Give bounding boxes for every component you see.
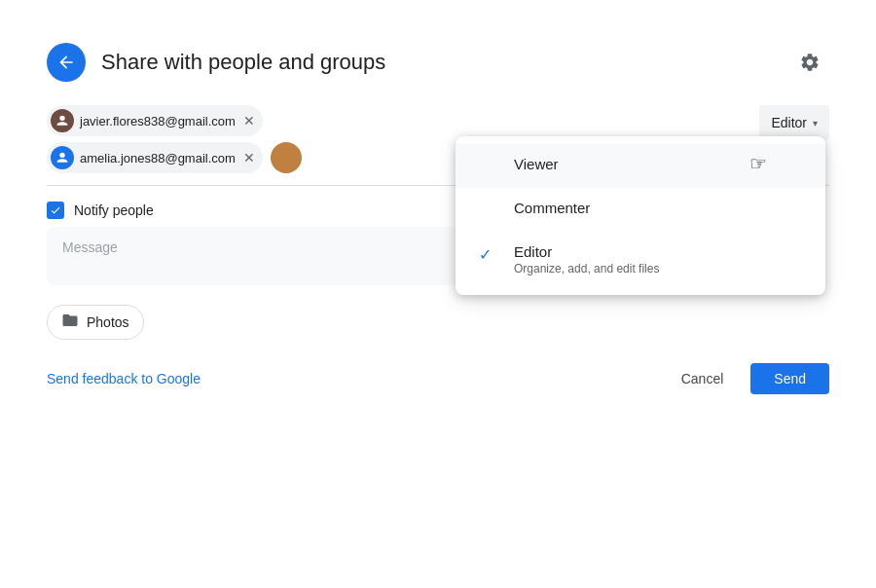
editor-dropdown-button[interactable]: Editor ▾ [759,105,829,140]
cancel-button[interactable]: Cancel [662,363,744,394]
dropdown-arrow-icon: ▾ [813,118,818,129]
dropdown-item-commenter[interactable]: ✓ Commenter [456,188,825,232]
chip-close-amelia[interactable]: ✕ [243,151,255,165]
chip-close-javier[interactable]: ✕ [243,114,255,128]
commenter-content: Commenter [514,200,802,216]
chip-javier[interactable]: javier.flores838@gmail.com ✕ [47,105,263,136]
dialog-footer: Send feedback to Google Cancel Send [47,363,829,394]
viewer-label: Viewer [514,156,802,172]
svg-point-1 [59,153,64,158]
message-placeholder: Message [62,239,118,255]
folder-icon [61,312,79,333]
dropdown-item-viewer[interactable]: ✓ Viewer ☞ [456,144,825,188]
editor-content: Editor Organize, add, and edit files [514,243,802,276]
editor-btn-label: Editor [771,115,807,130]
notify-checkbox[interactable] [47,202,64,219]
role-dropdown-menu: ✓ Viewer ☞ ✓ Commenter ✓ Editor Organize… [456,136,825,295]
avatar-circle [271,142,302,173]
chip-avatar-amelia [51,146,74,169]
commenter-label: Commenter [514,200,802,216]
editor-description: Organize, add, and edit files [514,262,802,276]
editor-label: Editor [514,243,802,260]
header-left: Share with people and groups [47,43,385,82]
notify-label: Notify people [74,202,154,218]
svg-point-0 [59,116,64,121]
back-button[interactable] [47,43,86,82]
chip-email-javier: javier.flores838@gmail.com [80,114,236,129]
photos-chip[interactable]: Photos [47,305,144,340]
send-button[interactable]: Send [750,363,829,394]
dialog-title: Share with people and groups [101,50,385,75]
dropdown-item-editor[interactable]: ✓ Editor Organize, add, and edit files [456,232,825,287]
dialog-header: Share with people and groups [47,43,829,82]
photos-label: Photos [87,314,129,330]
footer-actions: Cancel Send [662,363,829,394]
feedback-link[interactable]: Send feedback to Google [47,371,201,386]
editor-check-icon: ✓ [479,245,498,264]
message-input[interactable]: Message [47,227,494,285]
chip-avatar-javier [51,109,74,132]
settings-button[interactable] [790,43,829,82]
chip-email-amelia: amelia.jones88@gmail.com [80,151,236,165]
viewer-content: Viewer [514,156,802,172]
chip-amelia[interactable]: amelia.jones88@gmail.com ✕ [47,142,263,173]
